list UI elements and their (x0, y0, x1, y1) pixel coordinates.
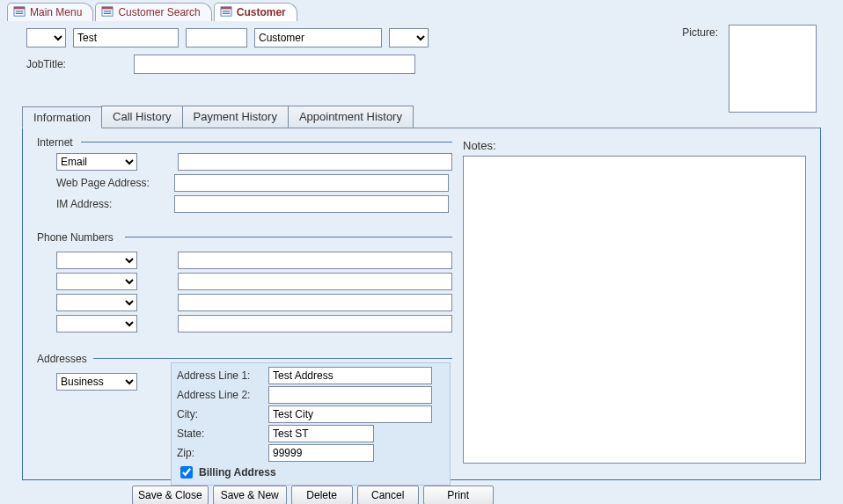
web-page-label: Web Page Address: (56, 177, 167, 189)
email-input[interactable] (178, 153, 452, 171)
im-address-input[interactable] (174, 195, 449, 213)
zip-label: Zip: (177, 447, 265, 459)
address-line1-label: Address Line 1: (177, 369, 265, 382)
job-title-input[interactable] (134, 55, 415, 74)
state-label: State: (177, 427, 265, 440)
picture-label: Picture: (682, 25, 718, 39)
app-tab-main-menu[interactable]: Main Menu (7, 3, 93, 21)
save-close-button[interactable]: Save & Close (132, 486, 209, 504)
first-name-input[interactable] (73, 28, 179, 47)
action-button-bar: Save & Close Save & New Delete Cancel Pr… (132, 486, 843, 504)
email-type-select[interactable]: Email (56, 153, 137, 171)
customer-header-area: JobTitle: Picture: (0, 21, 843, 74)
cancel-button[interactable]: Cancel (357, 486, 419, 504)
city-label: City: (177, 408, 265, 420)
phone-type-1-select[interactable] (56, 252, 137, 269)
state-input[interactable] (268, 425, 374, 442)
prefix-select[interactable] (26, 28, 66, 47)
tab-information[interactable]: Information (22, 106, 102, 128)
save-new-button[interactable]: Save & New (213, 486, 287, 504)
phone-type-4-select[interactable] (56, 315, 137, 332)
app-tab-label: Customer Search (118, 6, 200, 18)
print-button[interactable]: Print (423, 486, 494, 504)
web-page-input[interactable] (174, 174, 449, 192)
app-tab-label: Customer (237, 6, 286, 18)
phone-3-input[interactable] (178, 294, 452, 311)
tab-appointment-history[interactable]: Appointment History (288, 106, 414, 128)
address-line1-input[interactable] (268, 367, 432, 384)
billing-address-label: Billing Address (199, 466, 276, 478)
notes-area: Notes: (463, 139, 806, 466)
picture-area: Picture: (682, 25, 817, 113)
billing-address-checkbox[interactable] (180, 466, 193, 478)
im-address-label: IM Address: (56, 198, 167, 210)
notes-textarea[interactable] (463, 156, 806, 464)
tab-payment-history[interactable]: Payment History (182, 106, 289, 128)
phone-1-input[interactable] (178, 252, 452, 269)
addresses-group: Addresses Business Address Line 1: Addre… (30, 361, 452, 475)
app-tab-strip: Main Menu Customer Search Customer (0, 0, 843, 21)
internet-group-label: Internet (33, 136, 77, 149)
phone-type-3-select[interactable] (56, 294, 137, 311)
notes-label: Notes: (463, 139, 806, 152)
phone-type-2-select[interactable] (56, 273, 137, 290)
form-icon (220, 6, 232, 19)
address-line2-label: Address Line 2: (177, 389, 265, 401)
information-panel: Internet Email Web Page Address: IM Addr… (22, 128, 821, 480)
form-icon (101, 6, 114, 19)
phone-4-input[interactable] (178, 315, 452, 332)
svg-rect-6 (104, 11, 112, 11)
svg-rect-10 (222, 11, 230, 11)
address-card: Address Line 1: Address Line 2: City: St… (171, 362, 451, 486)
app-tab-customer[interactable]: Customer (214, 3, 297, 21)
delete-button[interactable]: Delete (291, 486, 353, 504)
suffix-select[interactable] (389, 28, 429, 47)
internet-group: Internet Email Web Page Address: IM Addr… (30, 144, 452, 227)
svg-rect-3 (16, 12, 24, 13)
svg-rect-1 (14, 6, 25, 9)
job-title-label: JobTitle: (26, 58, 125, 70)
phone-2-input[interactable] (178, 273, 452, 290)
svg-rect-2 (16, 11, 24, 11)
address-line2-input[interactable] (268, 386, 432, 404)
app-tab-customer-search[interactable]: Customer Search (95, 3, 211, 21)
address-type-select[interactable]: Business (56, 373, 137, 391)
svg-rect-5 (102, 6, 113, 9)
svg-rect-11 (222, 12, 230, 13)
svg-rect-7 (104, 12, 112, 13)
svg-rect-9 (221, 6, 231, 9)
last-name-input[interactable] (254, 28, 382, 47)
middle-name-input[interactable] (186, 28, 247, 47)
city-input[interactable] (268, 405, 432, 423)
picture-placeholder[interactable] (729, 25, 817, 113)
form-icon (13, 6, 26, 19)
phone-numbers-group-label: Phone Numbers (33, 231, 117, 244)
phone-numbers-group: Phone Numbers (30, 239, 452, 348)
zip-input[interactable] (268, 444, 374, 462)
app-tab-label: Main Menu (30, 6, 82, 18)
addresses-group-label: Addresses (33, 353, 91, 365)
tab-call-history[interactable]: Call History (101, 106, 182, 128)
